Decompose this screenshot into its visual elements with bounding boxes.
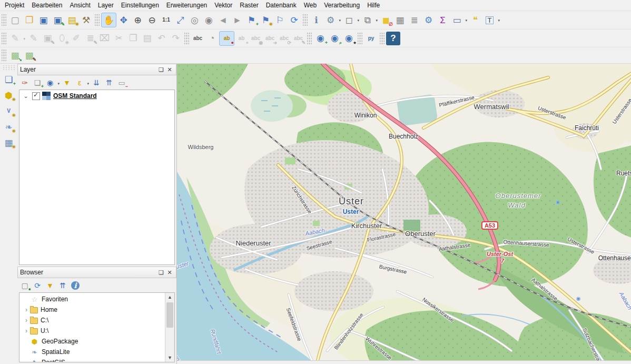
save-project-button[interactable]: ▣ ▾ — [36, 13, 51, 27]
properties-button[interactable]: ℹ — [69, 279, 82, 292]
change-label-button[interactable]: abc ✎ ▾ — [291, 32, 305, 45]
data-source-manager-button[interactable]: ❏ + — [2, 73, 16, 86]
layer-visibility-checkbox[interactable] — [32, 92, 40, 100]
cut-features-button[interactable]: ✂ ▾ — [112, 32, 126, 45]
osm-place-search-button[interactable]: ◉ ⌖ ▾ — [342, 32, 356, 45]
menu-verarbeitung[interactable]: Verarbeitung — [320, 1, 363, 10]
show-bookmarks-button[interactable]: ⚑ ✳ ▾ — [259, 13, 273, 27]
browser-item-postgis[interactable]: ♞ PostGIS — [19, 357, 174, 362]
measure-button[interactable]: ▭ ▾ — [450, 13, 464, 27]
expand-icon[interactable]: › — [23, 327, 30, 335]
undo-button[interactable]: ↶ ▾ — [154, 32, 169, 45]
layer-expand-icon[interactable]: ⌄ — [22, 93, 30, 100]
new-geopackage-layer-button[interactable]: ⬢ ✳ — [2, 88, 16, 102]
layer-item-osm-standard[interactable]: ⌄ OSM Standard — [19, 90, 174, 102]
zoom-to-layer-button[interactable]: ◉ ▾ — [202, 13, 216, 27]
new-print-layout-button[interactable]: ▤ ✳ ▾ — [65, 13, 79, 27]
browser-item-u-drive[interactable]: › U:\ — [19, 326, 174, 336]
multiedit-attributes-button[interactable]: ≣ ✎ ▾ — [83, 32, 97, 45]
menu-projekt[interactable]: Projekt — [1, 1, 28, 10]
filter-browser-button[interactable]: ▼ — [44, 279, 56, 292]
scroll-up-icon[interactable]: ▲ — [165, 293, 174, 301]
browser-item-home[interactable]: › Home — [19, 304, 174, 315]
select-features-button[interactable]: ◻ ▾ — [342, 13, 356, 27]
new-bookmark-button[interactable]: ⚑ + ▾ — [244, 13, 259, 27]
osm-download-button[interactable]: ▩ ➘ ▾ — [8, 48, 22, 62]
show-layout-manager-button[interactable]: ⚒ ▾ — [79, 13, 93, 27]
python-console-button[interactable]: py ▾ — [364, 32, 378, 45]
menu-einstellungen[interactable]: Einstellungen — [117, 1, 163, 10]
add-feature-button[interactable]: ⬯ ✳ ▾ — [55, 32, 69, 45]
filter-legend-button[interactable]: ▼ ▾ — [61, 76, 73, 89]
expand-all-button[interactable]: ⇊ ▾ — [90, 76, 103, 89]
map-tips-button[interactable]: ❝ ▾ — [468, 13, 482, 27]
new-shapefile-layer-button[interactable]: V ✳ — [2, 104, 16, 118]
text-annotation-button[interactable]: T ▾ — [482, 13, 497, 27]
browser-item-c-drive[interactable]: › C:\ — [19, 315, 174, 326]
layer-labeling-button[interactable]: abc ▾ — [191, 32, 205, 45]
remove-layer-button[interactable]: ▭ − ▾ — [115, 76, 128, 89]
menu-erweiterungen[interactable]: Erweiterungen — [163, 1, 211, 10]
processing-toolbox-button[interactable]: ⚙ ▾ — [421, 13, 436, 27]
show-hidden-labels-button[interactable]: abc ◉ ▾ — [249, 32, 263, 45]
copy-features-button[interactable]: ❐ ▾ — [126, 32, 140, 45]
open-attribute-table-button[interactable]: ▦ ▾ — [393, 13, 407, 27]
refresh-map-button[interactable]: ⟳ ▾ — [287, 13, 301, 27]
run-feature-action-button[interactable]: ⚙ ▾ — [323, 13, 338, 27]
map-canvas[interactable]: Winikon Buechholz Pfäffikerstrasse Werma… — [177, 64, 631, 364]
identify-features-button[interactable]: ℹ ▾ — [309, 13, 323, 27]
expand-icon[interactable]: › — [23, 306, 30, 313]
float-panel-icon[interactable]: ❏ — [157, 268, 165, 277]
collapse-all-button[interactable]: ⇈ ▾ — [103, 76, 115, 89]
zoom-out-button[interactable]: ⊖ ▾ — [145, 13, 159, 27]
zoom-last-button[interactable]: ◄ ▾ — [216, 13, 230, 27]
new-spatialite-layer-button[interactable]: ❧ ✳ — [2, 120, 16, 134]
open-project-button[interactable]: ❐ ▾ — [22, 13, 36, 27]
expand-icon[interactable]: › — [23, 317, 30, 324]
statistics-summary-button[interactable]: Σ ▾ — [436, 13, 450, 27]
field-calculator-button[interactable]: ≣ ▾ — [407, 13, 421, 27]
save-project-as-button[interactable]: ▣ ✎ ▾ — [51, 13, 65, 27]
browser-scrollbar[interactable]: ▲ ▼ — [165, 293, 174, 362]
add-group-button[interactable]: ❏ + ▾ — [31, 76, 44, 89]
manage-map-themes-button[interactable]: ◉ ▾ — [44, 76, 56, 89]
pan-to-selection-button[interactable]: ✥ ▾ — [116, 13, 131, 27]
metasearch-catalog-button[interactable]: ◉ ⌕ ▾ — [328, 32, 342, 45]
close-panel-icon[interactable]: ✕ — [165, 65, 174, 74]
unpin-labels-button[interactable]: ab ● ▾ — [234, 32, 249, 45]
osm-edit-button[interactable]: ▩ ✎ ▾ — [22, 48, 36, 62]
pin-labels-button[interactable]: ab ● ▾ — [219, 31, 234, 46]
move-label-button[interactable]: abc ➜ ▾ — [263, 32, 277, 45]
menu-vektor[interactable]: Vektor — [211, 1, 236, 10]
zoom-native-button[interactable]: 1:1 ▾ — [159, 13, 173, 27]
scroll-thumb[interactable] — [166, 302, 173, 328]
browser-panel-header[interactable]: Browser ❏ ✕ — [17, 267, 176, 278]
scroll-down-icon[interactable]: ▼ — [165, 353, 174, 362]
browser-item-geopackage[interactable]: ⬢ GeoPackage — [19, 336, 174, 347]
vertex-tool-button[interactable]: ✐ ▾ — [69, 32, 83, 45]
help-button[interactable]: ? ▾ — [386, 32, 400, 45]
bookmarks-panel-button[interactable]: ⚐ ▾ — [273, 13, 287, 27]
add-selected-layers-button[interactable]: ▢ ● — [18, 279, 31, 292]
zoom-in-button[interactable]: ⊕ ▾ — [131, 13, 145, 27]
deselect-features-button[interactable]: ◼ ∅ ▾ — [379, 13, 393, 27]
new-virtual-layer-button[interactable]: ▦ ✳ — [2, 136, 16, 150]
new-project-button[interactable]: ▢ ▾ — [8, 13, 22, 27]
menu-raster[interactable]: Raster — [236, 1, 262, 10]
menu-hilfe[interactable]: Hilfe — [363, 1, 383, 10]
menu-web[interactable]: Web — [300, 1, 320, 10]
toggle-editing-button[interactable]: ✎ ▾ — [26, 32, 41, 45]
menu-datenbank[interactable]: Datenbank — [262, 1, 300, 10]
save-layer-edits-button[interactable]: ▣ ✎ ▾ — [41, 32, 55, 45]
browser-item-favoriten[interactable]: ☆ Favoriten — [19, 294, 174, 304]
menu-ansicht[interactable]: Ansicht — [66, 1, 94, 10]
paste-features-button[interactable]: ▤ ▾ — [140, 32, 154, 45]
metasearch-add-button[interactable]: ◉ + ▾ — [313, 32, 328, 45]
close-panel-icon[interactable]: ✕ — [165, 268, 174, 277]
current-edits-button[interactable]: ✎ ▾ — [8, 32, 22, 45]
select-features-by-value-button[interactable]: ⧉ ▾ — [360, 13, 374, 27]
menu-layer[interactable]: Layer — [94, 1, 117, 10]
pan-map-button[interactable]: ✋ ▾ — [101, 13, 116, 27]
zoom-full-button[interactable]: ⤢ ▾ — [173, 13, 188, 27]
collapse-browser-button[interactable]: ⇈ — [56, 279, 69, 292]
